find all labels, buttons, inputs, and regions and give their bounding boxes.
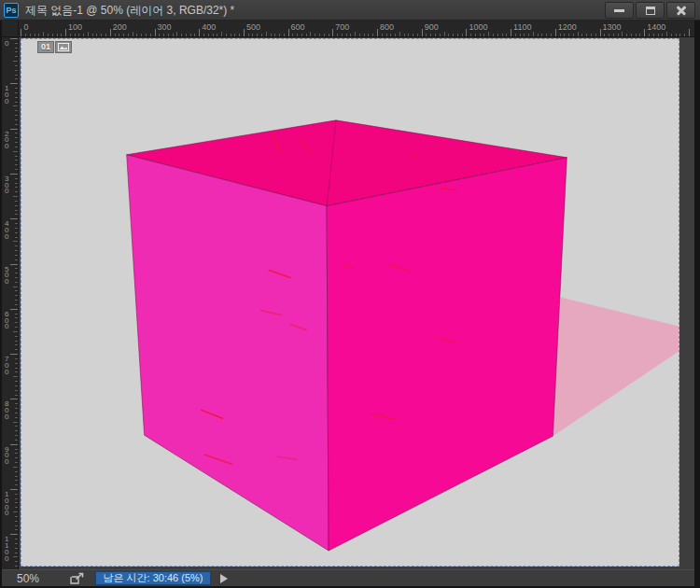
vertical-ruler-tick xyxy=(15,390,18,391)
document-canvas[interactable]: 01 xyxy=(21,38,679,567)
vertical-ruler-tick xyxy=(15,48,18,49)
vertical-ruler-tick xyxy=(15,341,18,342)
horizontal-ruler-tick xyxy=(466,29,467,36)
horizontal-ruler-tick xyxy=(533,32,534,36)
horizontal-ruler-tick xyxy=(541,34,542,36)
horizontal-ruler-tick xyxy=(75,34,76,36)
vertical-ruler-label: 4 0 0 xyxy=(5,221,8,240)
horizontal-ruler-tick xyxy=(515,34,516,36)
horizontal-ruler-label: 400 xyxy=(202,22,216,32)
horizontal-ruler-tick xyxy=(350,34,351,36)
horizontal-ruler-tick xyxy=(234,34,235,36)
vertical-ruler-tick xyxy=(15,498,18,499)
maximize-icon xyxy=(646,7,655,15)
vertical-ruler-tick xyxy=(15,494,18,495)
vertical-ruler-tick xyxy=(15,516,18,517)
horizontal-ruler-tick xyxy=(573,34,574,36)
vertical-ruler-tick xyxy=(15,88,18,89)
vertical-ruler-tick xyxy=(15,368,18,369)
vertical-ruler-tick xyxy=(10,534,18,535)
vertical-ruler-tick xyxy=(15,124,18,125)
vertical-ruler-tick xyxy=(15,110,18,111)
horizontal-ruler-tick xyxy=(684,34,685,36)
vertical-ruler[interactable]: 01 0 02 0 03 0 04 0 05 0 06 0 07 0 08 0 … xyxy=(2,37,19,569)
publish-button[interactable] xyxy=(68,571,87,586)
vertical-ruler-tick xyxy=(10,83,18,84)
horizontal-ruler-tick xyxy=(555,29,556,36)
vertical-ruler-tick xyxy=(15,561,18,562)
close-button[interactable] xyxy=(666,2,695,19)
vertical-ruler-tick xyxy=(10,218,18,219)
horizontal-ruler-tick xyxy=(520,34,521,36)
horizontal-ruler-tick xyxy=(146,34,147,36)
vertical-ruler-tick xyxy=(15,453,18,454)
zoom-level-field[interactable]: 50% xyxy=(17,571,39,586)
horizontal-ruler-tick xyxy=(288,29,289,36)
vertical-ruler-tick xyxy=(15,255,18,256)
vertical-ruler-tick xyxy=(15,115,18,116)
horizontal-ruler-tick xyxy=(88,32,89,36)
vertical-ruler-tick xyxy=(15,344,18,345)
horizontal-ruler-tick xyxy=(679,34,680,36)
vertical-ruler-tick xyxy=(15,440,18,441)
horizontal-ruler-tick xyxy=(168,34,169,36)
vertical-ruler-tick xyxy=(15,160,18,161)
status-bar: 50% 남은 시간: 30:46 (5%) xyxy=(2,569,694,586)
status-menu-arrow-icon[interactable] xyxy=(220,574,228,583)
horizontal-ruler-tick xyxy=(448,34,449,36)
horizontal-ruler-tick xyxy=(150,34,151,36)
minimize-button[interactable] xyxy=(605,2,634,19)
vertical-ruler-tick xyxy=(10,129,18,130)
vertical-ruler-tick xyxy=(15,65,18,66)
horizontal-ruler-tick xyxy=(578,32,579,36)
cube-right-face xyxy=(327,158,567,551)
ruler-corner[interactable] xyxy=(2,21,19,37)
horizontal-ruler-tick xyxy=(658,34,659,36)
vertical-ruler-tick xyxy=(15,282,18,283)
view-thumbnail-chip xyxy=(55,41,72,53)
horizontal-ruler-tick xyxy=(488,32,489,36)
vertical-ruler-tick xyxy=(15,449,18,450)
horizontal-ruler-tick xyxy=(181,34,182,36)
vertical-ruler-tick xyxy=(13,511,18,512)
titlebar[interactable]: Ps 제목 없음-1 @ 50% (레이어 3, RGB/32*) * xyxy=(0,0,700,21)
vertical-ruler-tick xyxy=(15,183,18,184)
horizontal-ruler-tick xyxy=(618,34,619,36)
horizontal-ruler-label: 1400 xyxy=(647,22,665,32)
horizontal-ruler-tick xyxy=(292,34,293,36)
vertical-ruler-tick xyxy=(13,287,18,287)
horizontal-ruler-tick xyxy=(444,32,445,36)
vertical-ruler-tick xyxy=(15,381,18,382)
horizontal-ruler-tick xyxy=(319,34,320,36)
vertical-ruler-tick xyxy=(15,78,18,79)
horizontal-ruler-tick xyxy=(404,34,405,36)
horizontal-ruler-tick xyxy=(426,34,427,36)
horizontal-ruler-tick xyxy=(399,32,400,36)
horizontal-ruler-tick xyxy=(217,34,217,36)
horizontal-ruler-tick xyxy=(595,34,596,36)
vertical-ruler-tick xyxy=(15,385,18,386)
horizontal-ruler-tick xyxy=(440,34,441,36)
vertical-ruler-tick xyxy=(15,259,18,260)
horizontal-ruler-tick xyxy=(105,34,106,36)
vertical-ruler-tick xyxy=(13,241,18,242)
horizontal-ruler[interactable]: 0100200300400500600700800900100011001200… xyxy=(19,21,694,37)
horizontal-ruler-tick xyxy=(96,34,97,36)
horizontal-ruler-tick xyxy=(644,29,645,36)
maximize-button[interactable] xyxy=(636,2,665,19)
vertical-ruler-tick xyxy=(15,191,18,192)
horizontal-ruler-tick xyxy=(301,34,302,36)
vertical-ruler-tick xyxy=(15,314,18,315)
horizontal-ruler-tick xyxy=(337,34,338,36)
vertical-ruler-tick xyxy=(15,336,18,337)
vertical-ruler-tick xyxy=(15,327,18,328)
vertical-ruler-label: 3 0 0 xyxy=(5,176,8,195)
vertical-ruler-label: 2 0 0 xyxy=(5,132,8,150)
vertical-ruler-tick xyxy=(15,232,18,233)
vertical-ruler-tick xyxy=(15,97,18,98)
horizontal-ruler-tick xyxy=(453,34,454,36)
horizontal-ruler-tick xyxy=(528,34,529,36)
horizontal-ruler-tick xyxy=(568,34,569,36)
horizontal-ruler-tick xyxy=(159,34,160,36)
horizontal-ruler-label: 0 xyxy=(23,22,28,32)
